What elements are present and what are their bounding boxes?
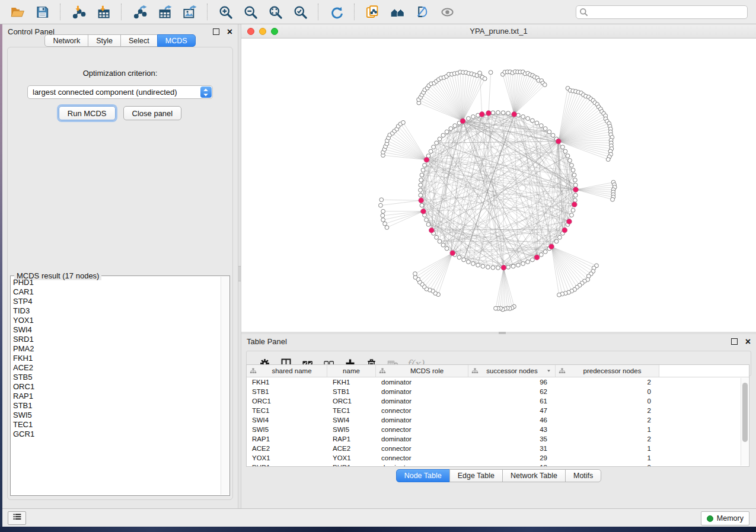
graph-node[interactable] [413,272,417,276]
refresh-layout-button[interactable] [326,2,346,22]
tab-edge-table[interactable]: Edge Table [449,469,503,482]
graph-node[interactable] [572,173,576,177]
graph-node[interactable] [543,83,547,87]
table-row[interactable]: RAP1RAP1dominator352 [247,434,749,444]
graph-node[interactable] [543,250,547,254]
column-header-name[interactable]: name [327,365,376,377]
table-row[interactable]: FKH1FKH1dominator962 [247,377,749,387]
graph-node[interactable] [425,218,429,222]
graph-node[interactable] [539,253,543,257]
graph-node[interactable] [467,260,471,264]
graph-node[interactable] [526,260,530,264]
graph-node[interactable] [438,239,442,243]
graph-node[interactable] [381,218,385,222]
graph-node[interactable] [381,209,385,213]
graph-node[interactable] [531,258,535,262]
graph-node[interactable] [467,117,471,121]
network-overview-button[interactable] [387,2,407,22]
graph-node[interactable] [491,265,495,270]
graph-node[interactable] [419,193,423,197]
graph-hub-node[interactable] [512,112,517,117]
graph-hub-node[interactable] [501,265,506,270]
tab-mcds[interactable]: MCDS [157,34,196,47]
graph-node[interactable] [526,117,530,121]
export-image-button[interactable] [179,2,199,22]
graph-node[interactable] [445,246,449,251]
mcds-result-item[interactable]: PHD1 [13,278,220,287]
graph-node[interactable] [506,265,511,270]
graph-node[interactable] [554,239,559,243]
table-row[interactable]: SWI5SWI5connector431 [247,425,749,434]
column-header-predecessor-nodes[interactable]: predecessor nodes [556,365,659,377]
graph-node[interactable] [420,173,424,177]
graph-node[interactable] [496,111,500,115]
zoom-in-button[interactable] [215,2,235,22]
column-header-MCDS-role[interactable]: MCDS role [376,365,468,377]
graph-node[interactable] [381,214,385,218]
graph-hub-node[interactable] [562,227,567,233]
graph-node[interactable] [563,149,567,153]
graph-node[interactable] [539,124,543,128]
graph-node[interactable] [379,198,384,202]
graph-node[interactable] [449,127,453,131]
mcds-result-item[interactable]: GCR1 [13,430,220,439]
tab-node-table[interactable]: Node Table [396,469,450,482]
column-header-successor-nodes[interactable]: successor nodes [468,365,556,377]
tab-style[interactable]: Style [88,34,121,47]
table-row[interactable]: ACE2ACE2connector311 [247,444,749,453]
mcds-result-item[interactable]: STP4 [13,297,220,306]
graph-node[interactable] [471,262,476,266]
float-window-icon[interactable] [731,338,738,345]
mcds-result-item[interactable]: SWI4 [13,325,220,335]
graph-node[interactable] [521,262,525,266]
graph-node[interactable] [476,263,480,267]
run-mcds-button[interactable]: Run MCDS [59,106,116,120]
optimization-criterion-select[interactable]: largest connected component (undirected) [27,85,213,99]
graph-node[interactable] [573,178,578,182]
graph-hub-node[interactable] [424,158,429,163]
graph-node[interactable] [496,266,500,270]
mcds-result-item[interactable]: ORC1 [13,382,220,392]
graph-node[interactable] [478,71,482,75]
mcds-result-item[interactable]: SRD1 [13,335,220,344]
graph-node[interactable] [516,263,521,267]
export-table-button[interactable] [154,2,174,22]
mcds-result-item[interactable]: PMA2 [13,344,220,354]
graph-node[interactable] [570,164,574,168]
graph-node[interactable] [489,70,493,75]
graph-node[interactable] [435,141,439,145]
table-row[interactable]: STB1STB1dominator620 [247,387,749,396]
tab-network-table[interactable]: Network Table [502,469,566,482]
mcds-result-item[interactable]: TEC1 [13,420,220,430]
graph-node[interactable] [531,118,535,123]
mcds-result-item[interactable]: CAR1 [13,287,220,297]
mcds-result-item[interactable]: YOX1 [13,316,220,325]
graph-node[interactable] [606,158,610,162]
memory-button[interactable]: Memory [701,511,749,525]
graph-node[interactable] [426,223,430,227]
graph-node[interactable] [429,149,433,153]
mcds-result-item[interactable]: FKH1 [13,354,220,363]
table-scrollbar[interactable] [741,378,748,466]
graph-node[interactable] [571,168,575,172]
graph-node[interactable] [441,243,445,247]
graph-node[interactable] [570,213,574,217]
mcds-result-item[interactable]: STB5 [13,373,220,382]
graph-node[interactable] [521,115,525,119]
close-icon[interactable]: × [745,337,751,347]
graph-hub-node[interactable] [421,209,426,214]
graph-node[interactable] [432,145,436,149]
tab-motifs[interactable]: Motifs [565,469,601,482]
save-session-button[interactable] [32,2,52,22]
graph-node[interactable] [438,137,442,141]
graph-node[interactable] [471,115,476,119]
column-header-shared-name[interactable]: shared name [247,365,327,377]
close-window-icon[interactable] [247,28,254,35]
graph-node[interactable] [568,159,572,163]
graph-node[interactable] [385,226,389,230]
mcds-result-item[interactable]: TID3 [13,306,220,316]
graph-node[interactable] [543,127,547,131]
graph-node[interactable] [566,154,570,158]
graph-node[interactable] [457,255,461,259]
search-input[interactable] [576,5,748,19]
